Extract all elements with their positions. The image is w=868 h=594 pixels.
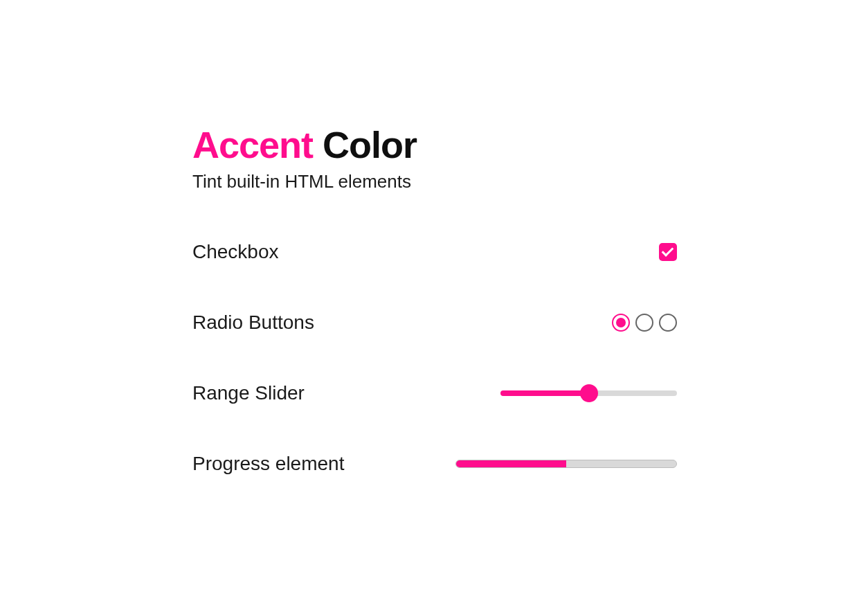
range-input[interactable] <box>500 390 677 396</box>
checkbox-label: Checkbox <box>192 241 279 263</box>
checkbox-row: Checkbox <box>192 241 677 263</box>
title-word: Color <box>323 124 417 165</box>
page-subtitle: Tint built-in HTML elements <box>192 171 677 192</box>
radio-option-2[interactable] <box>635 314 653 332</box>
progress-label: Progress element <box>192 453 344 475</box>
radio-label: Radio Buttons <box>192 312 314 334</box>
range-label: Range Slider <box>192 382 305 404</box>
range-row: Range Slider <box>192 382 677 404</box>
radio-option-1[interactable] <box>612 314 630 332</box>
radio-group <box>612 314 677 332</box>
page-title: Accent Color <box>192 125 677 165</box>
radio-option-3[interactable] <box>659 314 677 332</box>
demo-container: Accent Color Tint built-in HTML elements… <box>192 125 677 475</box>
checkbox-input[interactable] <box>659 243 677 261</box>
progress-bar <box>455 460 677 468</box>
radio-row: Radio Buttons <box>192 312 677 334</box>
title-accent-word: Accent <box>192 124 313 165</box>
progress-row: Progress element <box>192 453 677 475</box>
